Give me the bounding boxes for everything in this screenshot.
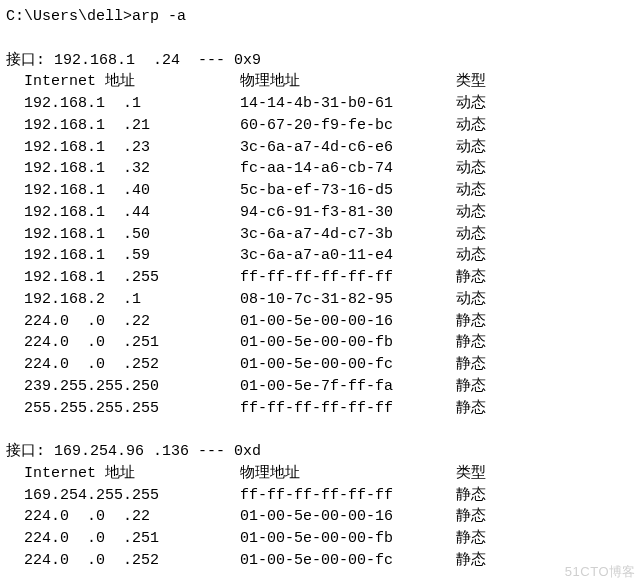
entry-mac: 01-00-5e-00-00-fc	[240, 550, 456, 572]
arp-entry-row: 224.0 .0 .25201-00-5e-00-00-fc静态	[6, 550, 640, 572]
entry-mac: 3c-6a-a7-a0-11-e4	[240, 245, 456, 267]
entry-ip: 192.168.1 .44	[24, 202, 240, 224]
entry-mac: 01-00-5e-00-00-16	[240, 311, 456, 333]
entry-ip: 192.168.1 .21	[24, 115, 240, 137]
arp-entry-row: 192.168.1 .21 60-67-20-f9-fe-bc动态	[6, 115, 640, 137]
entry-type: 动态	[456, 245, 486, 267]
entry-mac: 01-00-5e-00-00-16	[240, 506, 456, 528]
terminal-output: 接口: 192.168.1 .24 --- 0x9Internet 地址物理地址…	[6, 50, 640, 572]
interface-header: 接口: 169.254.96 .136 --- 0xd	[6, 441, 640, 463]
arp-entry-row: 224.0 .0 .25201-00-5e-00-00-fc静态	[6, 354, 640, 376]
col-header-mac: 物理地址	[240, 463, 456, 485]
interface-hexid: 0x9	[234, 50, 261, 72]
entry-ip: 224.0 .0 .252	[24, 550, 240, 572]
entry-type: 静态	[456, 528, 486, 550]
entry-mac: 01-00-5e-00-00-fb	[240, 332, 456, 354]
interface-header: 接口: 192.168.1 .24 --- 0x9	[6, 50, 640, 72]
entry-type: 静态	[456, 485, 486, 507]
col-header-mac: 物理地址	[240, 71, 456, 93]
entry-ip: 224.0 .0 .22	[24, 506, 240, 528]
entry-type: 动态	[456, 180, 486, 202]
entry-mac: 60-67-20-f9-fe-bc	[240, 115, 456, 137]
column-header-row: Internet 地址物理地址类型	[6, 463, 640, 485]
entry-ip: 192.168.1 .59	[24, 245, 240, 267]
entry-ip: 255.255.255.255	[24, 398, 240, 420]
entry-ip: 192.168.1 .23	[24, 137, 240, 159]
arp-entry-row: 192.168.1 .23 3c-6a-a7-4d-c6-e6动态	[6, 137, 640, 159]
entry-mac: 01-00-5e-00-00-fc	[240, 354, 456, 376]
arp-entry-row: 192.168.1 .50 3c-6a-a7-4d-c7-3b动态	[6, 224, 640, 246]
entry-ip: 224.0 .0 .22	[24, 311, 240, 333]
col-header-ip: Internet 地址	[24, 463, 240, 485]
entry-mac: 01-00-5e-00-00-fb	[240, 528, 456, 550]
entry-ip: 169.254.255.255	[24, 485, 240, 507]
entry-type: 静态	[456, 332, 486, 354]
entry-mac: ff-ff-ff-ff-ff-ff	[240, 267, 456, 289]
arp-entry-row: 192.168.1 .255ff-ff-ff-ff-ff-ff静态	[6, 267, 640, 289]
arp-entry-row: 224.0 .0 .25101-00-5e-00-00-fb静态	[6, 528, 640, 550]
entry-mac: ff-ff-ff-ff-ff-ff	[240, 398, 456, 420]
entry-type: 动态	[456, 202, 486, 224]
entry-ip: 192.168.1 .40	[24, 180, 240, 202]
arp-entry-row: 192.168.1 .40 5c-ba-ef-73-16-d5动态	[6, 180, 640, 202]
entry-type: 静态	[456, 550, 486, 572]
entry-mac: 3c-6a-a7-4d-c6-e6	[240, 137, 456, 159]
entry-mac: 01-00-5e-7f-ff-fa	[240, 376, 456, 398]
entry-type: 静态	[456, 506, 486, 528]
entry-type: 静态	[456, 398, 486, 420]
shell-prompt: C:\Users\dell>	[6, 6, 132, 28]
arp-entry-row: 239.255.255.25001-00-5e-7f-ff-fa静态	[6, 376, 640, 398]
interface-ip: 169.254.96 .136	[54, 441, 189, 463]
arp-entry-row: 224.0 .0 .22 01-00-5e-00-00-16静态	[6, 506, 640, 528]
entry-ip: 239.255.255.250	[24, 376, 240, 398]
interface-sep: ---	[189, 50, 234, 72]
entry-ip: 224.0 .0 .251	[24, 528, 240, 550]
entry-ip: 192.168.2 .1	[24, 289, 240, 311]
entry-ip: 192.168.1 .32	[24, 158, 240, 180]
entry-type: 静态	[456, 267, 486, 289]
entry-type: 动态	[456, 137, 486, 159]
entry-mac: 94-c6-91-f3-81-30	[240, 202, 456, 224]
entry-ip: 192.168.1 .255	[24, 267, 240, 289]
entry-type: 静态	[456, 354, 486, 376]
interface-prefix: 接口:	[6, 50, 54, 72]
entry-type: 动态	[456, 224, 486, 246]
entry-mac: 3c-6a-a7-4d-c7-3b	[240, 224, 456, 246]
entry-type: 动态	[456, 158, 486, 180]
arp-entry-row: 192.168.1 .59 3c-6a-a7-a0-11-e4动态	[6, 245, 640, 267]
command-text[interactable]: arp -a	[132, 6, 186, 28]
arp-entry-row: 224.0 .0 .25101-00-5e-00-00-fb静态	[6, 332, 640, 354]
entry-mac: 14-14-4b-31-b0-61	[240, 93, 456, 115]
entry-mac: 5c-ba-ef-73-16-d5	[240, 180, 456, 202]
column-header-row: Internet 地址物理地址类型	[6, 71, 640, 93]
blank-line	[6, 28, 640, 50]
interface-prefix: 接口:	[6, 441, 54, 463]
entry-type: 动态	[456, 289, 486, 311]
arp-entry-row: 192.168.1 .44 94-c6-91-f3-81-30动态	[6, 202, 640, 224]
entry-type: 动态	[456, 115, 486, 137]
entry-type: 动态	[456, 93, 486, 115]
arp-entry-row: 192.168.2 .1 08-10-7c-31-82-95动态	[6, 289, 640, 311]
entry-ip: 224.0 .0 .252	[24, 354, 240, 376]
watermark-text: 51CTO博客	[565, 563, 636, 582]
interface-hexid: 0xd	[234, 441, 261, 463]
arp-entry-row: 192.168.1 .1 14-14-4b-31-b0-61动态	[6, 93, 640, 115]
prompt-line: C:\Users\dell>arp -a	[6, 6, 640, 28]
entry-mac: fc-aa-14-a6-cb-74	[240, 158, 456, 180]
col-header-type: 类型	[456, 463, 486, 485]
col-header-ip: Internet 地址	[24, 71, 240, 93]
arp-entry-row: 255.255.255.255ff-ff-ff-ff-ff-ff静态	[6, 398, 640, 420]
arp-entry-row: 192.168.1 .32 fc-aa-14-a6-cb-74动态	[6, 158, 640, 180]
entry-type: 静态	[456, 311, 486, 333]
entry-mac: 08-10-7c-31-82-95	[240, 289, 456, 311]
blank-line	[6, 419, 640, 441]
entry-type: 静态	[456, 376, 486, 398]
entry-ip: 192.168.1 .50	[24, 224, 240, 246]
arp-entry-row: 169.254.255.255ff-ff-ff-ff-ff-ff静态	[6, 485, 640, 507]
entry-ip: 192.168.1 .1	[24, 93, 240, 115]
arp-entry-row: 224.0 .0 .22 01-00-5e-00-00-16静态	[6, 311, 640, 333]
interface-ip: 192.168.1 .24	[54, 50, 189, 72]
entry-mac: ff-ff-ff-ff-ff-ff	[240, 485, 456, 507]
interface-sep: ---	[189, 441, 234, 463]
entry-ip: 224.0 .0 .251	[24, 332, 240, 354]
